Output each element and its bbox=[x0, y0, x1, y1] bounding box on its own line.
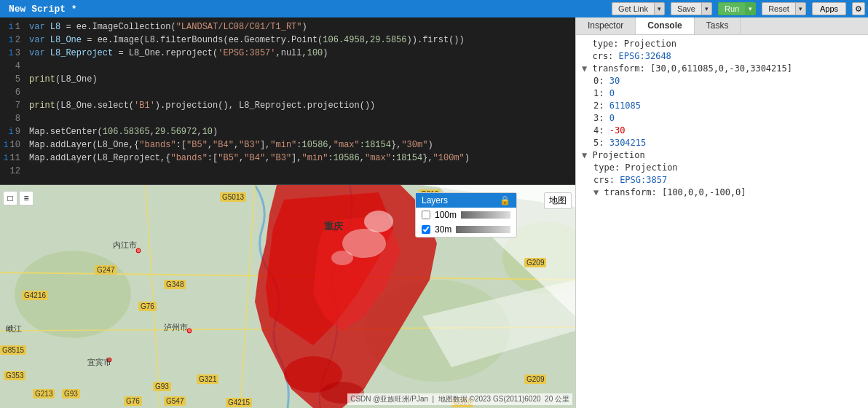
code-line-1: var L8 = ee.ImageCollection("LANDSAT/LC0… bbox=[26, 20, 470, 34]
code-line-6 bbox=[26, 86, 470, 99]
road-g93-left: G93 bbox=[62, 389, 80, 399]
console-line-9: 5: 3304215 bbox=[582, 137, 862, 149]
code-line-9: Map.setCenter(106.58365,29.56972,10) bbox=[26, 125, 470, 138]
map-layers-btn[interactable]: ≡ bbox=[19, 191, 33, 205]
console-line-6: 2: 611085 bbox=[582, 100, 862, 112]
toolbar: New Script * Get Link ▾ Save ▾ Run ▾ Res… bbox=[0, 0, 868, 17]
get-link-button[interactable]: Get Link bbox=[612, 2, 654, 15]
layer-row-100m: 100m bbox=[416, 208, 516, 222]
tab-tasks[interactable]: Tasks bbox=[695, 17, 741, 34]
road-g8515: G8515 bbox=[0, 345, 26, 355]
save-arrow[interactable]: ▾ bbox=[701, 2, 712, 15]
road-g93-right: G93 bbox=[153, 382, 171, 391]
editor-panel: i1 i2 i3 4 5 6 7 8 i9 i10 i11 12 v bbox=[0, 17, 575, 408]
reset-arrow[interactable]: ▾ bbox=[795, 2, 806, 15]
layer-30m-checkbox[interactable] bbox=[422, 225, 430, 234]
run-arrow[interactable]: ▾ bbox=[745, 2, 756, 15]
road-g247: G247 bbox=[95, 265, 117, 275]
svg-point-2 bbox=[364, 280, 510, 382]
save-button[interactable]: Save bbox=[671, 2, 701, 15]
console-line-7: 3: 0 bbox=[582, 112, 862, 125]
apps-button[interactable]: Apps bbox=[812, 2, 846, 15]
layer-100m-checkbox[interactable] bbox=[422, 211, 430, 219]
code-line-12 bbox=[26, 165, 470, 178]
code-editor: i1 i2 i3 4 5 6 7 8 i9 i10 i11 12 v bbox=[0, 17, 575, 185]
console-line-8: 4: -30 bbox=[582, 125, 862, 137]
console-line-3: ▼ transform: [30,0,611085,0,-30,3304215] bbox=[582, 63, 862, 75]
attribution-source: 地图数据 ©2023 GS(2011)6020 20 公里 bbox=[438, 395, 569, 403]
map-zoom-box[interactable]: □ bbox=[3, 191, 17, 205]
layer-30m-bar bbox=[456, 226, 510, 233]
road-g209-top: G209 bbox=[524, 258, 546, 267]
console-line-2: crs: EPSG:32648 bbox=[582, 50, 862, 63]
settings-button[interactable]: ⚙ bbox=[852, 2, 865, 15]
code-line-4 bbox=[26, 60, 470, 73]
layers-panel: Layers 🔒 100m 30m bbox=[415, 192, 517, 238]
layers-header: Layers 🔒 bbox=[416, 193, 516, 208]
console-line-4: 0: 30 bbox=[582, 75, 862, 87]
map-view[interactable]: □ ≡ 峨江 内江市 重庆 泸州市 宜宾市 G5013 G319 G4216 G… bbox=[0, 185, 575, 408]
tab-inspector[interactable]: Inspector bbox=[576, 17, 636, 34]
line-numbers: i1 i2 i3 4 5 6 7 8 i9 i10 i11 12 bbox=[0, 17, 26, 184]
city-label-wujiang: 峨江 bbox=[6, 323, 22, 334]
city-label-yibin: 宜宾市 bbox=[87, 357, 111, 368]
console-line-11: type: Projection bbox=[582, 162, 862, 174]
code-line-10: Map.addLayer(L8_One,{"bands":["B5","B4",… bbox=[26, 138, 470, 152]
code-line-7: print(L8_One.select('B1').projection(), … bbox=[26, 99, 470, 112]
layer-30m-label: 30m bbox=[435, 224, 451, 235]
layer-row-30m: 30m bbox=[416, 222, 516, 237]
lock-icon[interactable]: 🔒 bbox=[500, 195, 510, 205]
code-line-3: var L8_Reproject = L8_One.reproject('EPS… bbox=[26, 47, 470, 60]
city-label-chongqing: 重庆 bbox=[324, 220, 343, 233]
road-g4215: G4215 bbox=[226, 398, 252, 407]
get-link-arrow[interactable]: ▾ bbox=[654, 2, 665, 15]
console-line-1: type: Projection bbox=[582, 38, 862, 50]
road-g353: G353 bbox=[4, 371, 25, 380]
console-line-10: ▼ Projection bbox=[582, 149, 862, 162]
attribution-text: CSDN @亚族旺洲/PJan bbox=[350, 395, 428, 403]
tab-console[interactable]: Console bbox=[636, 17, 694, 34]
right-panel: Inspector Console Tasks type: Projection… bbox=[575, 17, 868, 408]
road-g5013: G5013 bbox=[220, 192, 246, 202]
save-group: Save ▾ bbox=[671, 2, 712, 15]
road-g547: G547 bbox=[164, 396, 186, 406]
city-label-luzhou: 泸州市 bbox=[164, 322, 188, 333]
panel-content: type: Projection crs: EPSG:32648 ▼ trans… bbox=[576, 35, 868, 408]
code-line-11: Map.addLayer(L8_Reproject,{"bands":["B5"… bbox=[26, 152, 470, 165]
console-line-13: ▼ transform: [100,0,0,-100,0] bbox=[582, 187, 862, 199]
code-content[interactable]: var L8 = ee.ImageCollection("LANDSAT/LC0… bbox=[26, 17, 470, 184]
reset-button[interactable]: Reset bbox=[762, 2, 795, 15]
road-g321: G321 bbox=[197, 374, 218, 384]
map-nav: □ ≡ bbox=[3, 191, 33, 205]
code-line-2: var L8_One = ee.Image(L8.filterBounds(ee… bbox=[26, 34, 470, 47]
road-g213: G213 bbox=[33, 389, 55, 399]
run-button[interactable]: Run bbox=[718, 2, 745, 15]
road-g4216: G4216 bbox=[22, 291, 48, 300]
get-link-group: Get Link ▾ bbox=[612, 2, 665, 15]
code-line-8 bbox=[26, 112, 470, 125]
layer-100m-bar bbox=[461, 211, 510, 219]
map-attribution: CSDN @亚族旺洲/PJan | 地图数据 ©2023 GS(2011)602… bbox=[347, 393, 572, 405]
main-layout: i1 i2 i3 4 5 6 7 8 i9 i10 i11 12 v bbox=[0, 17, 868, 408]
console-line-5: 1: 0 bbox=[582, 87, 862, 100]
road-g209-bot: G209 bbox=[524, 374, 546, 384]
city-label-neijiang: 内江市 bbox=[113, 240, 137, 251]
run-group: Run ▾ bbox=[718, 2, 756, 15]
code-line-5: print(L8_One) bbox=[26, 73, 470, 86]
console-line-12: crs: EPSG:3857 bbox=[582, 174, 862, 187]
layers-title: Layers bbox=[422, 195, 448, 205]
script-title: New Script * bbox=[3, 4, 83, 15]
road-g348: G348 bbox=[164, 280, 186, 289]
road-g76: G76 bbox=[138, 302, 157, 311]
reset-group: Reset ▾ bbox=[762, 2, 806, 15]
layer-100m-label: 100m bbox=[435, 210, 457, 220]
panel-tabs: Inspector Console Tasks bbox=[576, 17, 868, 35]
road-g76-2: G76 bbox=[124, 396, 142, 406]
ditu-button[interactable]: 地图 bbox=[544, 192, 572, 209]
